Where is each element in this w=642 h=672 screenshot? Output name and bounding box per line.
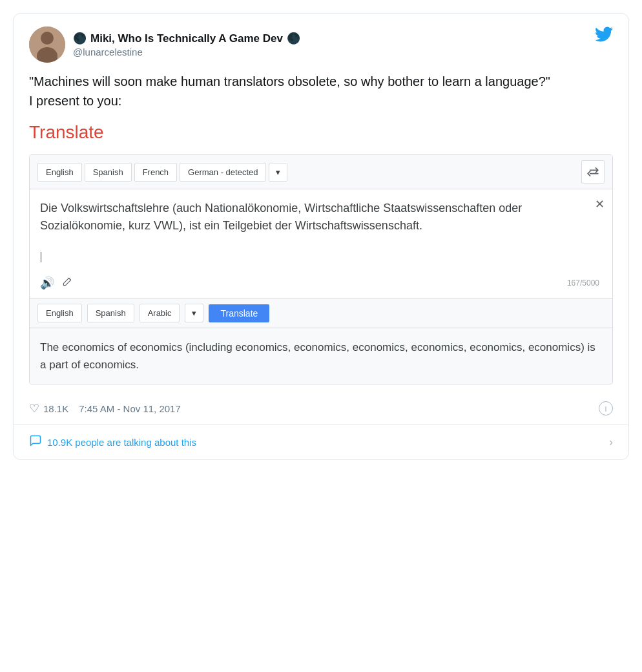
tweet-card: 🌑 Miki, Who Is Technically A Game Dev 🌑 … xyxy=(13,13,629,460)
edit-icon[interactable] xyxy=(62,277,72,290)
translate-logo: Translate xyxy=(29,122,613,143)
speaker-icon[interactable]: 🔊 xyxy=(40,276,54,290)
input-bottom-bar: 🔊 167/5000 xyxy=(40,271,602,290)
lang-dropdown-arrow-bottom[interactable]: ▾ xyxy=(185,304,203,322)
lang-tab-german-detected[interactable]: German - detected xyxy=(180,163,266,182)
tweet-header: 🌑 Miki, Who Is Technically A Game Dev 🌑 … xyxy=(29,26,613,63)
lang-bar-top: English Spanish French German - detected… xyxy=(30,155,612,189)
svg-point-1 xyxy=(41,32,54,45)
tweet-main: 🌑 Miki, Who Is Technically A Game Dev 🌑 … xyxy=(14,14,628,392)
tweet-timestamp: 7:45 AM - Nov 11, 2017 xyxy=(79,403,181,414)
avatar xyxy=(29,26,65,63)
lang-tab-english-top[interactable]: English xyxy=(37,163,82,182)
username: @lunarcelestine xyxy=(73,47,300,58)
tweet-line2: I present to you: xyxy=(29,91,613,110)
swap-languages-button[interactable] xyxy=(581,160,605,184)
input-icon-group: 🔊 xyxy=(40,276,72,290)
clear-input-button[interactable]: ✕ xyxy=(595,197,605,211)
like-count: 18.1K xyxy=(43,403,68,414)
char-count: 167/5000 xyxy=(567,278,599,288)
lang-tab-spanish-top[interactable]: Spanish xyxy=(85,163,132,182)
info-icon[interactable]: i xyxy=(599,401,613,415)
output-area: The economics of economics (including ec… xyxy=(30,328,612,384)
tweet-footer: ♡ 18.1K 7:45 AM - Nov 11, 2017 i xyxy=(14,392,628,425)
tweet-line1: "Machines will soon make human translato… xyxy=(29,72,613,91)
tweet-meta: ♡ 18.1K 7:45 AM - Nov 11, 2017 xyxy=(29,401,181,415)
comment-left: 10.9K people are talking about this xyxy=(29,434,196,450)
display-name: 🌑 Miki, Who Is Technically A Game Dev 🌑 xyxy=(73,32,300,45)
twitter-bird-icon xyxy=(595,26,613,46)
comment-bubble-icon xyxy=(29,434,42,450)
user-info: 🌑 Miki, Who Is Technically A Game Dev 🌑 … xyxy=(73,32,300,58)
moon-right-emoji: 🌑 xyxy=(287,32,300,45)
tweet-body: "Machines will soon make human translato… xyxy=(29,72,613,110)
output-text: The economics of economics (including ec… xyxy=(40,339,602,373)
google-translate-widget: English Spanish French German - detected… xyxy=(29,154,613,384)
translate-button[interactable]: Translate xyxy=(209,304,269,322)
lang-dropdown-arrow-top[interactable]: ▾ xyxy=(269,163,287,182)
comments-label: 10.9K people are talking about this xyxy=(47,437,196,448)
moon-left-emoji: 🌑 xyxy=(73,32,87,45)
lang-tab-french-top[interactable]: French xyxy=(134,163,177,182)
text-cursor xyxy=(41,252,41,262)
lang-tab-english-bottom[interactable]: English xyxy=(37,304,82,322)
tweet-comments-bar[interactable]: 10.9K people are talking about this › xyxy=(14,425,628,459)
like-area[interactable]: ♡ 18.1K xyxy=(29,401,68,415)
lang-tabs-top: English Spanish French German - detected… xyxy=(37,163,287,182)
tweet-header-left: 🌑 Miki, Who Is Technically A Game Dev 🌑 … xyxy=(29,26,300,63)
lang-tab-arabic-bottom[interactable]: Arabic xyxy=(140,304,180,322)
lang-bar-bottom: English Spanish Arabic ▾ Translate xyxy=(30,299,612,328)
lang-tab-spanish-bottom[interactable]: Spanish xyxy=(87,304,134,322)
input-text: Die Volkswirtschaftslehre (auch National… xyxy=(40,200,602,251)
display-name-text: Miki, Who Is Technically A Game Dev xyxy=(90,32,283,45)
chevron-right-icon: › xyxy=(609,436,613,449)
heart-icon: ♡ xyxy=(29,401,39,415)
input-area[interactable]: Die Volkswirtschaftslehre (auch National… xyxy=(30,189,612,299)
